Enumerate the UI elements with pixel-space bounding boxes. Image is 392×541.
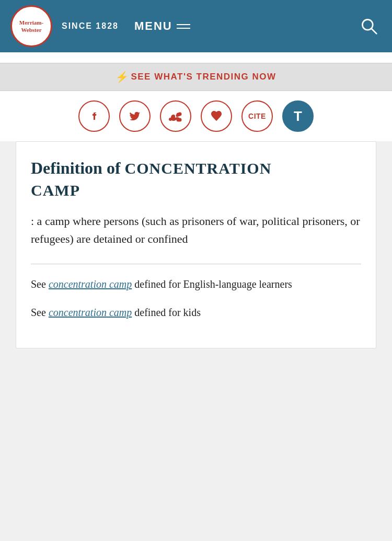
thesaurus-label: T (294, 108, 302, 125)
hamburger-icon (177, 24, 190, 29)
twitter-button[interactable] (119, 100, 151, 132)
menu-button[interactable]: MENU (134, 19, 190, 33)
cite-label: CITE (248, 112, 266, 120)
definition-card: Definition of CONCENTRATION CAMP : a cam… (16, 141, 376, 348)
svg-point-7 (178, 112, 182, 116)
cite-button[interactable]: CITE (241, 100, 273, 132)
share-button[interactable] (160, 100, 191, 132)
see-link-1: See concentration camp defined for Engli… (31, 276, 361, 292)
site-header: Merriam- Webster SINCE 1828 MENU (0, 0, 392, 52)
see-link-kids-anchor[interactable]: concentration camp (49, 307, 132, 318)
share-icon (169, 110, 182, 122)
logo-line2: Webster (19, 26, 43, 33)
twitter-icon (129, 110, 141, 122)
social-buttons-row: CITE T (0, 91, 392, 141)
heart-icon (210, 110, 223, 122)
see-link-ell-anchor[interactable]: concentration camp (49, 278, 132, 290)
bottom-gap (0, 348, 392, 358)
logo-line1: Merriam- (19, 19, 43, 26)
trending-text: SEE WHAT'S TRENDING NOW (131, 72, 276, 82)
menu-label: MENU (134, 19, 172, 33)
see-links-section: See concentration camp defined for Engli… (31, 276, 361, 321)
thesaurus-button[interactable]: T (282, 100, 314, 132)
facebook-icon (88, 110, 100, 122)
search-icon (360, 17, 378, 36)
favorite-button[interactable] (201, 100, 232, 132)
search-button[interactable] (356, 14, 382, 39)
svg-point-9 (172, 115, 175, 118)
svg-point-11 (176, 115, 179, 117)
logo[interactable]: Merriam- Webster (10, 5, 52, 47)
facebook-button[interactable] (78, 100, 110, 132)
see-suffix-1: defined for English-language learners (132, 278, 292, 290)
word-concentration: CONCENTRATION (125, 160, 272, 177)
divider (31, 264, 361, 264)
see-prefix-1: See (31, 278, 49, 290)
top-bar (0, 52, 392, 63)
since-label: SINCE 1828 (62, 21, 119, 31)
definition-text: : a camp where persons (such as prisoner… (31, 212, 361, 248)
lightning-icon: ⚡ (116, 71, 129, 83)
word-camp: CAMP (31, 182, 80, 199)
trending-banner[interactable]: ⚡ SEE WHAT'S TRENDING NOW (0, 63, 392, 91)
see-prefix-2: See (31, 307, 49, 318)
definition-title: Definition of CONCENTRATION CAMP (31, 157, 361, 201)
svg-line-1 (372, 29, 377, 34)
svg-point-12 (175, 117, 180, 120)
see-suffix-2: defined for kids (132, 307, 201, 318)
see-link-2: See concentration camp defined for kids (31, 304, 361, 321)
